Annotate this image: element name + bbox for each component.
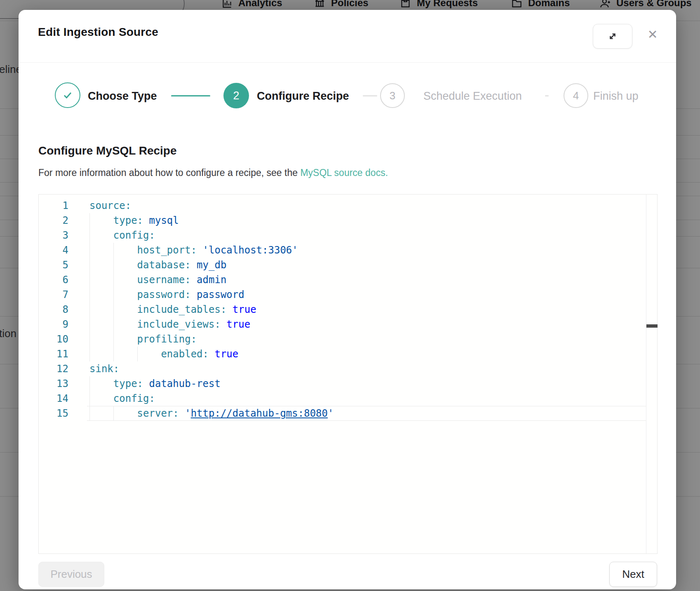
code-line-4[interactable]: host_port: 'localhost:3306' <box>89 243 298 258</box>
token-key: profiling: <box>137 333 197 345</box>
step-number: 3 <box>390 89 395 102</box>
token-plain <box>143 378 149 389</box>
code-line-2[interactable]: type: mysql <box>89 213 179 228</box>
line-number: 4 <box>39 243 68 258</box>
indent-guide <box>89 391 113 406</box>
indent-guide <box>113 243 137 258</box>
token-str: 'localhost:3306' <box>203 244 298 256</box>
previous-button[interactable]: Previous <box>38 562 104 587</box>
step-2-label[interactable]: Configure Recipe <box>257 86 349 106</box>
step-3-label[interactable]: Schedule Execution <box>423 86 522 106</box>
modal-title: Edit Ingestion Source <box>38 26 158 39</box>
expand-icon <box>606 30 619 43</box>
indent-guide <box>89 302 113 317</box>
indent-guide <box>89 228 113 243</box>
line-number: 11 <box>39 347 68 361</box>
indent-guide <box>89 243 113 258</box>
token-key: password: <box>137 289 191 300</box>
indent-guide <box>137 347 161 361</box>
line-number: 10 <box>39 332 68 347</box>
code-line-10[interactable]: profiling: <box>89 332 197 347</box>
token-key: type: <box>113 215 143 226</box>
indent-guide <box>113 287 137 302</box>
token-key: include_views: <box>137 319 221 330</box>
step-4-circle[interactable]: 4 <box>564 83 588 108</box>
code-line-13[interactable]: type: datahub-rest <box>89 376 221 391</box>
indent-guide <box>113 272 137 287</box>
indent-guide <box>113 406 137 421</box>
token-key: include_tables: <box>137 304 227 315</box>
token-key: host_port: <box>137 244 197 256</box>
indent-guide <box>89 258 113 272</box>
token-val: my_db <box>197 259 226 271</box>
token-key: enabled: <box>161 348 209 360</box>
step-number: 4 <box>573 89 579 102</box>
modal-header: Edit Ingestion Source ✕ <box>19 10 676 63</box>
code-line-8[interactable]: include_tables: true <box>89 302 256 317</box>
code-line-15[interactable]: server: 'http://datahub-gms:8080' <box>89 406 334 421</box>
code-line-7[interactable]: password: password <box>89 287 244 302</box>
token-plain <box>191 274 197 286</box>
scrollbar-separator <box>646 195 646 553</box>
token-plain <box>209 348 214 360</box>
indent-guide <box>89 376 113 391</box>
indent-guide <box>89 347 113 361</box>
recipe-code-editor[interactable]: 1source:2type: mysql3config:4host_port: … <box>38 194 658 554</box>
step-number: 2 <box>233 89 239 102</box>
step-1-circle[interactable] <box>55 82 80 108</box>
indent-guide <box>113 332 137 347</box>
indent-guide <box>89 332 113 347</box>
line-number: 3 <box>39 228 68 243</box>
line-number: 2 <box>39 213 68 228</box>
token-plain <box>191 259 197 271</box>
indent-guide <box>89 406 113 421</box>
indent-guide <box>113 317 137 332</box>
code-line-6[interactable]: username: admin <box>89 272 226 287</box>
step-2-circle[interactable]: 2 <box>223 83 249 108</box>
indent-guide <box>113 347 137 361</box>
token-key: type: <box>113 378 143 389</box>
token-key: database: <box>137 259 191 271</box>
token-plain <box>179 408 185 419</box>
token-plain <box>226 304 232 315</box>
token-key: sink: <box>89 363 119 375</box>
token-url: http://datahub-gms:8080 <box>191 408 328 419</box>
check-icon <box>61 89 74 101</box>
mysql-source-docs-link[interactable]: MySQL source docs. <box>300 167 388 178</box>
token-bool: true <box>226 319 250 330</box>
token-plain <box>191 289 197 300</box>
description-text: For more information about how to config… <box>38 167 300 178</box>
expand-modal-button[interactable] <box>593 24 632 49</box>
line-number: 6 <box>39 272 68 287</box>
edit-ingestion-source-modal: Edit Ingestion Source ✕ Choose Type 2 <box>19 10 676 589</box>
step-connector <box>171 95 210 96</box>
code-line-1[interactable]: source: <box>89 198 131 213</box>
code-line-12[interactable]: sink: <box>89 361 119 376</box>
code-line-9[interactable]: include_views: true <box>89 317 250 332</box>
code-line-11[interactable]: enabled: true <box>89 347 238 361</box>
section-description: For more information about how to config… <box>38 167 388 178</box>
step-1-label[interactable]: Choose Type <box>88 86 157 106</box>
step-connector <box>545 95 549 96</box>
indent-guide <box>89 287 113 302</box>
token-val: password <box>197 289 244 300</box>
step-4-label[interactable]: Finish up <box>593 86 639 106</box>
close-icon[interactable]: ✕ <box>642 23 663 45</box>
token-val: admin <box>197 274 226 286</box>
scrollbar-marker[interactable] <box>646 324 658 328</box>
next-button[interactable]: Next <box>609 562 657 587</box>
token-key: source: <box>89 200 131 211</box>
step-3-circle[interactable]: 3 <box>380 83 405 108</box>
token-key: server: <box>137 408 179 419</box>
screen: more... Analytics Policies My Requests D… <box>0 0 700 591</box>
token-key: config: <box>113 230 155 241</box>
step-connector <box>363 95 377 96</box>
line-number: 15 <box>39 406 68 421</box>
token-key: username: <box>137 274 191 286</box>
indent-guide <box>113 302 137 317</box>
code-line-5[interactable]: database: my_db <box>89 258 226 272</box>
token-val: mysql <box>149 215 179 226</box>
code-line-3[interactable]: config: <box>89 228 155 243</box>
line-number: 9 <box>39 317 68 332</box>
code-line-14[interactable]: config: <box>89 391 155 406</box>
